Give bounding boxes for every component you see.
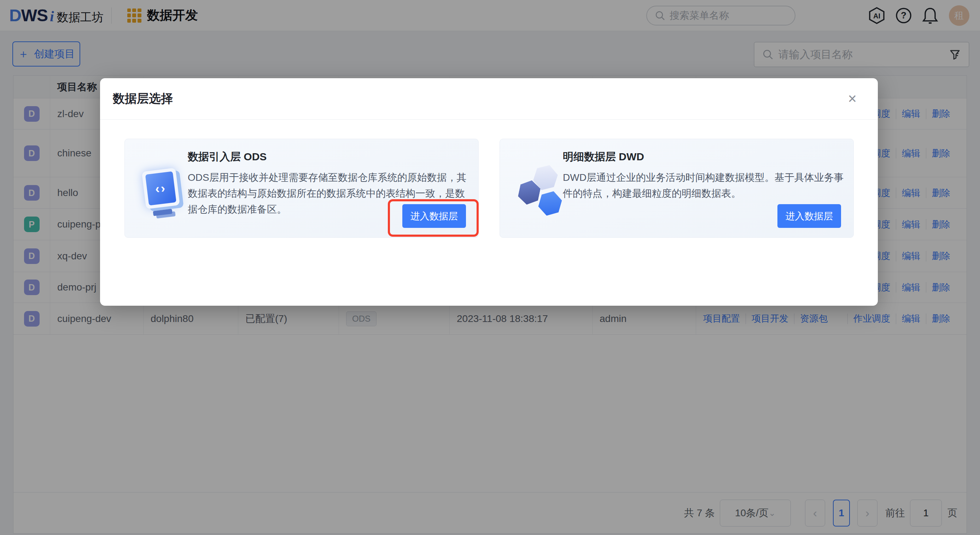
data-layer-dialog: 数据层选择 × ‹› 数据引入层 ODS ODS层用于接收并处理需要存储至数据仓… <box>100 78 878 306</box>
dwd-layer-card[interactable]: 明细数据层 DWD DWD层通过企业的业务活动时间构建数据模型。基于具体业务事件… <box>500 139 854 238</box>
dialog-header: 数据层选择 × <box>100 78 878 120</box>
dwd-hexagons-icon <box>516 163 569 223</box>
dwd-card-description: DWD层通过企业的业务活动时间构建数据模型。基于具体业务事件的特点，构建最细粒度… <box>563 169 844 201</box>
dwd-enter-layer-button[interactable]: 进入数据层 <box>778 204 841 228</box>
annotation-highlight-box <box>388 199 479 237</box>
dwd-card-title: 明细数据层 DWD <box>563 150 644 164</box>
dialog-title: 数据层选择 <box>113 91 173 107</box>
close-icon[interactable]: × <box>848 91 857 106</box>
ods-layer-card[interactable]: ‹› 数据引入层 ODS ODS层用于接收并处理需要存储至数据仓库系统的原始数据… <box>124 139 479 238</box>
ods-card-title: 数据引入层 ODS <box>188 150 267 164</box>
ods-monitor-icon: ‹› <box>140 166 185 223</box>
